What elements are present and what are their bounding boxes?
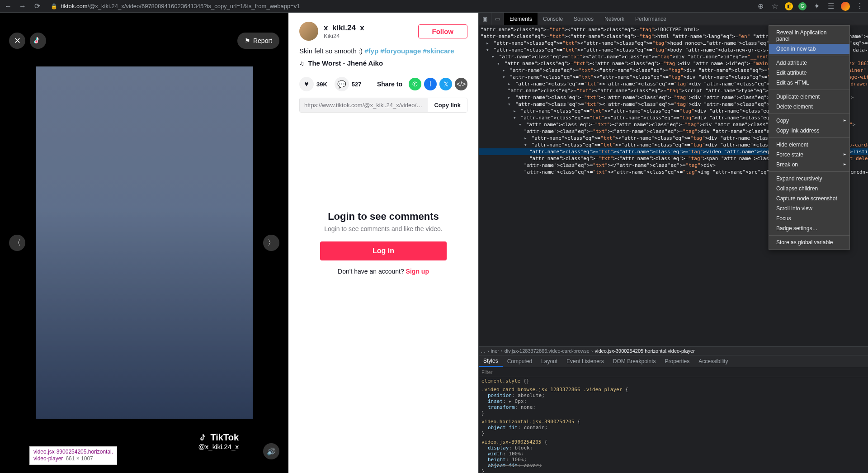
context-menu-item[interactable]: Force state <box>769 150 849 160</box>
mute-button[interactable]: 🔊 <box>263 443 279 459</box>
share-label: Share to <box>377 80 402 88</box>
styles-tab-computed[interactable]: Computed <box>503 355 537 367</box>
styles-tab-accessibility[interactable]: Accessibility <box>694 355 732 367</box>
context-menu-separator <box>769 171 849 172</box>
styles-tab-layout[interactable]: Layout <box>537 355 562 367</box>
css-rule[interactable]: video.jsx-3900254205 {<style>display: bl… <box>481 439 868 473</box>
share-whatsapp-button[interactable]: ✆ <box>409 78 421 90</box>
music-icon: ♫ <box>299 59 304 67</box>
extension-icon-1[interactable]: ◧ <box>785 2 793 10</box>
context-menu-item[interactable]: Badge settings… <box>769 223 849 233</box>
breadcrumb-item[interactable]: … <box>481 348 486 354</box>
share-facebook-button[interactable]: f <box>424 78 437 90</box>
reload-button[interactable]: ⟳ <box>33 2 42 11</box>
context-menu-item[interactable]: Capture node screenshot <box>769 194 849 203</box>
context-menu-item[interactable]: Copy link address <box>769 126 849 136</box>
css-rule[interactable]: element.style {} <box>481 378 868 384</box>
styles-tab-styles[interactable]: Styles <box>479 355 503 367</box>
device-toolbar-button[interactable]: ▭ <box>491 13 504 25</box>
context-menu-item[interactable]: Edit as HTML <box>769 78 849 88</box>
context-menu-item[interactable]: Copy <box>769 116 849 126</box>
login-subtitle: Login to see comments and like the video… <box>324 225 443 232</box>
context-menu-separator <box>769 235 849 236</box>
login-button[interactable]: Log in <box>320 241 447 260</box>
context-menu-item[interactable]: Reveal in Application panel <box>769 28 849 44</box>
styles-tab-event-listeners[interactable]: Event Listeners <box>562 355 609 367</box>
url-path: /@x_kiki.24_x/video/6978089416023641345?… <box>88 3 300 9</box>
user-row: x_kiki.24_x Kiki24 Follow <box>299 22 467 41</box>
next-video-button[interactable]: 〉 <box>263 235 279 251</box>
video-info-panel: x_kiki.24_x Kiki24 Follow Skin felt so s… <box>288 13 478 473</box>
styles-rules[interactable]: element.style {}.video-card-browse.jsx-1… <box>479 377 868 473</box>
context-menu-item[interactable]: Scroll into view <box>769 203 849 213</box>
forward-button[interactable]: → <box>18 2 27 11</box>
inspect-element-button[interactable]: ▣ <box>479 13 491 25</box>
context-menu-item[interactable]: Duplicate element <box>769 92 849 102</box>
context-menu-item[interactable]: Collapse children <box>769 184 849 194</box>
breadcrumb-item[interactable]: iner <box>491 348 499 354</box>
music-row[interactable]: ♫ The Worst - Jhené Aiko <box>299 59 467 67</box>
user-handle[interactable]: x_kiki.24_x <box>324 24 413 33</box>
hashtag[interactable]: #skincare <box>423 47 454 55</box>
login-prompt: Login to see comments Login to see comme… <box>299 211 467 275</box>
context-menu-item[interactable]: Add attribute <box>769 58 849 68</box>
video-player[interactable] <box>36 66 253 419</box>
context-menu-item[interactable]: Open in new tab <box>769 44 849 54</box>
video-caption: Skin felt so smooth :) #fyp #foryoupage … <box>299 47 467 55</box>
bookmark-icon[interactable]: ☆ <box>770 2 779 11</box>
back-button[interactable]: ← <box>4 2 13 11</box>
styles-filter-input[interactable] <box>481 369 868 375</box>
context-menu-item[interactable]: Delete element <box>769 102 849 112</box>
devtools-tab-performance[interactable]: Performance <box>630 13 672 25</box>
share-twitter-button[interactable]: 𝕏 <box>439 78 452 90</box>
context-menu-item[interactable]: Focus <box>769 213 849 223</box>
menu-icon[interactable]: ⋮ <box>855 2 864 11</box>
install-icon[interactable]: ⊕ <box>756 2 765 11</box>
breadcrumb-item[interactable]: div.jsx-1283372866.video-card-browse <box>505 348 590 354</box>
elements-breadcrumb[interactable]: …›iner›div.jsx-1283372866.video-card-bro… <box>479 346 868 355</box>
comment-button[interactable]: 💬 <box>335 77 349 91</box>
context-menu-separator <box>769 56 849 56</box>
copy-link-button[interactable]: Copy link <box>428 98 467 112</box>
comment-count: 527 <box>352 81 362 88</box>
devtools-tab-network[interactable]: Network <box>599 13 630 25</box>
devtools-tab-elements[interactable]: Elements <box>504 13 538 25</box>
context-menu: Reveal in Application panelOpen in new t… <box>769 25 850 250</box>
copy-link-row: https://www.tiktok.com/@x_kiki.24_x/vide… <box>299 98 467 113</box>
share-url-field[interactable]: https://www.tiktok.com/@x_kiki.24_x/vide… <box>300 98 428 112</box>
signup-link[interactable]: Sign up <box>406 268 429 275</box>
context-menu-item[interactable]: Break on <box>769 160 849 170</box>
extension-icon-2[interactable]: G <box>798 2 807 10</box>
hashtag[interactable]: #fyp <box>364 47 378 55</box>
music-title: The Worst - Jhené Aiko <box>308 59 383 67</box>
css-rule[interactable]: video.horizontal.jsx-3900254205 {<style>… <box>481 419 868 436</box>
styles-tab-dom-breakpoints[interactable]: DOM Breakpoints <box>609 355 660 367</box>
devtools-tab-console[interactable]: Console <box>538 13 568 25</box>
like-button[interactable]: ♥ <box>299 77 314 91</box>
styles-panel: StylesComputedLayoutEvent ListenersDOM B… <box>479 355 868 473</box>
profile-avatar[interactable] <box>841 2 850 11</box>
reading-list-icon[interactable]: ☰ <box>826 2 835 11</box>
context-menu-item[interactable]: Hide element <box>769 140 849 150</box>
like-count: 39K <box>316 81 327 88</box>
user-avatar[interactable] <box>299 22 318 41</box>
context-menu-item[interactable]: Edit attribute <box>769 68 849 78</box>
tiktok-page: ✕ ⚑ Report TikTok @x_kiki.24_x 〈 〉 🔊 vid… <box>0 13 478 473</box>
url-host: tiktok.com <box>61 3 88 9</box>
hashtag[interactable]: #foryoupage <box>380 47 421 55</box>
devtools-panel: ▣ ▭ ElementsConsoleSourcesNetworkPerform… <box>478 13 868 473</box>
browser-toolbar: ← → ⟳ 🔒 tiktok.com/@x_kiki.24_x/video/69… <box>0 0 868 13</box>
context-menu-separator <box>769 114 849 114</box>
css-rule[interactable]: .video-card-browse.jsx-1283372866 .video… <box>481 387 868 416</box>
extensions-icon[interactable]: ✦ <box>812 2 821 11</box>
context-menu-item[interactable]: Store as global variable <box>769 237 849 247</box>
user-nickname: Kiki24 <box>324 33 413 39</box>
context-menu-item[interactable]: Expand recursively <box>769 174 849 184</box>
share-embed-button[interactable]: </> <box>455 78 467 90</box>
devtools-tab-sources[interactable]: Sources <box>568 13 599 25</box>
prev-video-button[interactable]: 〈 <box>9 235 25 251</box>
breadcrumb-item[interactable]: video.jsx-3900254205.horizontal.video-pl… <box>594 348 694 354</box>
follow-button[interactable]: Follow <box>418 24 468 38</box>
styles-tab-properties[interactable]: Properties <box>660 355 694 367</box>
address-bar[interactable]: 🔒 tiktok.com/@x_kiki.24_x/video/69780894… <box>47 1 750 11</box>
